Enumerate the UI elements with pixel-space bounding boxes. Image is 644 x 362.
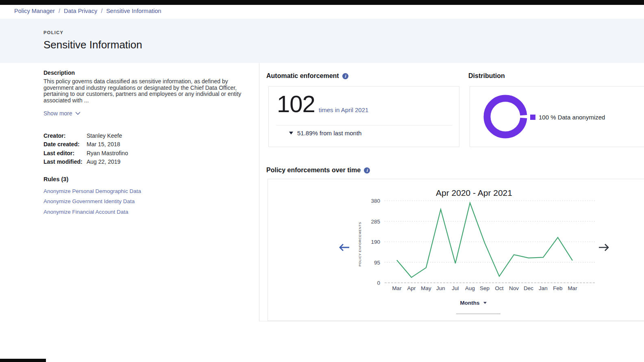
policy-metadata: Creator: Stanley Keefe Date created: Mar… [44, 132, 253, 167]
bottom-black-bar-fragment [0, 359, 46, 362]
policy-eyebrow-label: POLICY [44, 30, 644, 35]
svg-text:Apr 2020 - Apr 2021: Apr 2020 - Apr 2021 [436, 188, 512, 197]
months-dropdown-label: Months [460, 300, 480, 306]
svg-text:Oct: Oct [495, 285, 503, 291]
show-more-label: Show more [44, 110, 72, 117]
svg-text:Nov: Nov [509, 285, 519, 291]
svg-text:Mar: Mar [392, 285, 402, 291]
svg-text:380: 380 [371, 198, 380, 204]
enforcements-over-time-heading-label: Policy enforcements over time [266, 167, 361, 174]
legend-swatch-icon [530, 115, 535, 120]
svg-text:Jul: Jul [452, 285, 459, 291]
meta-value: Aug 22, 2019 [87, 158, 253, 167]
enforcement-change-text: 51.89% from last month [297, 130, 361, 137]
breadcrumb-separator: / [101, 8, 102, 14]
distribution-heading: Distribution [468, 72, 505, 80]
svg-text:Feb: Feb [553, 285, 562, 291]
description-text: This policy governs data classified as s… [44, 78, 244, 104]
previous-period-arrow-icon[interactable] [337, 243, 351, 252]
meta-label: Date created: [44, 140, 87, 149]
meta-value: Stanley Keefe [87, 132, 253, 141]
rule-link-government-identity[interactable]: Anonymize Government Identity Data [44, 196, 253, 207]
svg-text:May: May [421, 285, 431, 291]
svg-text:Sep: Sep [480, 285, 490, 291]
svg-text:190: 190 [371, 239, 380, 245]
distribution-card: 100 % Data anonymized [470, 86, 644, 147]
page-header: POLICY Sensitive Information [0, 19, 644, 63]
page-title: Sensitive Information [44, 39, 644, 51]
chevron-down-icon [75, 112, 80, 115]
meta-label: Last editor: [44, 149, 87, 158]
policy-detail-page: Policy Manager / Data Privacy / Sensitiv… [0, 0, 644, 362]
svg-text:Mar: Mar [568, 285, 577, 291]
chevron-down-icon [483, 302, 487, 304]
svg-text:Jan: Jan [539, 285, 548, 291]
policy-summary-panel: Description This policy governs data cla… [44, 69, 253, 217]
rules-heading: Rules (3) [44, 176, 253, 182]
rules-list: Anonymize Personal Demographic Data Anon… [44, 186, 253, 217]
svg-text:95: 95 [374, 260, 380, 266]
donut-legend-label: 100 % Data anonymized [539, 114, 605, 121]
breadcrumb-policy-manager[interactable]: Policy Manager [14, 8, 55, 14]
months-dropdown-underline [456, 314, 500, 314]
rule-link-financial-account[interactable]: Anonymize Financial Account Data [44, 207, 253, 217]
donut-legend: 100 % Data anonymized [530, 114, 605, 121]
info-icon[interactable]: i [342, 73, 348, 79]
enforcement-count-caption: times in April 2021 [319, 106, 369, 113]
y-axis-title: POLICY ENFORCEMENTS [358, 216, 364, 273]
breadcrumb-sensitive-information[interactable]: Sensitive Information [106, 8, 161, 14]
description-heading: Description [44, 69, 253, 76]
svg-text:Dec: Dec [524, 285, 533, 291]
automatic-enforcement-heading-label: Automatic enforcement [266, 72, 339, 80]
top-black-bar [0, 0, 644, 5]
card-divider [276, 125, 453, 126]
svg-text:285: 285 [371, 219, 380, 225]
breadcrumb: Policy Manager / Data Privacy / Sensitiv… [14, 8, 161, 14]
decrease-triangle-icon [289, 132, 293, 134]
meta-label: Last modified: [44, 158, 87, 167]
enforcements-chart-card: Apr 2020 - Apr 2021095190285380MarAprMay… [268, 179, 644, 321]
months-dropdown[interactable]: Months [439, 300, 508, 306]
svg-text:Aug: Aug [465, 285, 475, 291]
breadcrumb-data-privacy[interactable]: Data Privacy [64, 8, 97, 14]
info-icon[interactable]: i [364, 167, 370, 173]
distribution-heading-label: Distribution [468, 72, 505, 80]
svg-text:Apr: Apr [407, 285, 416, 291]
show-more-button[interactable]: Show more [44, 110, 80, 117]
automatic-enforcement-card: 102 times in April 2021 51.89% from last… [268, 86, 459, 147]
distribution-donut-chart [483, 94, 528, 139]
breadcrumb-separator: / [59, 8, 60, 14]
rule-link-personal-demographic[interactable]: Anonymize Personal Demographic Data [44, 186, 253, 197]
next-period-arrow-icon[interactable] [597, 243, 611, 252]
enforcement-change-row: 51.89% from last month [289, 130, 361, 137]
enforcement-count-row: 102 times in April 2021 [277, 92, 368, 116]
meta-value: Ryan Mastrofino [87, 149, 253, 158]
enforcement-count: 102 [277, 92, 315, 116]
svg-text:0: 0 [377, 280, 380, 286]
automatic-enforcement-heading: Automatic enforcement i [266, 72, 348, 80]
meta-value: Mar 15, 2018 [87, 140, 253, 149]
column-divider [259, 63, 259, 321]
svg-text:Jun: Jun [436, 285, 445, 291]
enforcements-over-time-heading: Policy enforcements over time i [266, 167, 370, 174]
meta-label: Creator: [44, 132, 87, 141]
